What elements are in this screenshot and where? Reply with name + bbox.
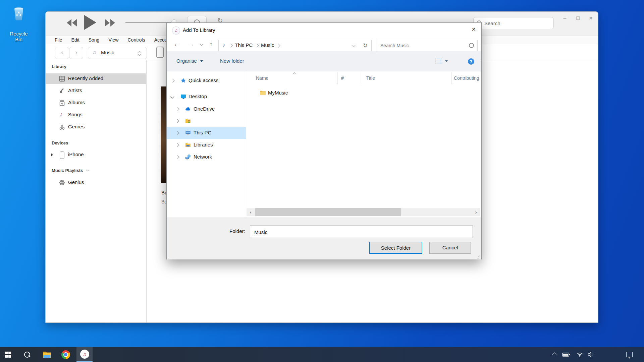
fast-forward-button-icon[interactable] bbox=[105, 19, 115, 26]
address-bar[interactable]: ♪ This PC Music bbox=[218, 40, 360, 51]
taskbar-file-explorer[interactable] bbox=[39, 347, 55, 362]
maximize-button[interactable]: □ bbox=[573, 13, 583, 23]
itunes-search-input[interactable] bbox=[484, 19, 550, 27]
menu-controls[interactable]: Controls bbox=[127, 37, 145, 43]
menu-file[interactable]: File bbox=[55, 37, 62, 43]
select-folder-button[interactable]: Select Folder bbox=[369, 242, 422, 254]
file-row-mymusic[interactable]: MyMusic bbox=[246, 87, 481, 99]
sidebar-item-recently-added[interactable]: Recently Added bbox=[46, 73, 146, 84]
music-note-icon: ♫ bbox=[92, 49, 96, 55]
column-separator[interactable] bbox=[337, 72, 338, 84]
microphone-icon bbox=[59, 88, 65, 94]
tree-item-desktop[interactable]: Desktop bbox=[167, 91, 246, 103]
sidebar-item-songs[interactable]: ♪ Songs bbox=[46, 110, 146, 120]
dialog-search-input[interactable] bbox=[380, 42, 467, 50]
breadcrumb-chevron-icon[interactable] bbox=[229, 44, 232, 47]
tree-item-onedrive[interactable]: OneDrive bbox=[167, 103, 246, 115]
column-separator[interactable] bbox=[451, 72, 452, 84]
search-icon bbox=[24, 352, 30, 358]
collapse-chevron-icon[interactable] bbox=[170, 95, 174, 98]
sidebar-item-iphone[interactable]: iPhone bbox=[46, 149, 146, 160]
menu-song[interactable]: Song bbox=[89, 37, 100, 43]
quick-access-star-icon bbox=[180, 78, 186, 83]
column-separator[interactable] bbox=[362, 72, 362, 84]
nav-back-icon[interactable]: ← bbox=[173, 41, 180, 48]
itunes-search-box[interactable] bbox=[473, 17, 554, 29]
tray-show-hidden-icons[interactable] bbox=[547, 347, 561, 362]
sidebar-item-albums[interactable]: Albums bbox=[46, 98, 146, 108]
tree-item-quick-access[interactable]: Quick access bbox=[167, 75, 246, 87]
media-kind-selector[interactable]: ♫ Music bbox=[88, 47, 147, 59]
breadcrumb-this-pc[interactable]: This PC bbox=[235, 42, 253, 48]
nav-forward-icon[interactable]: → bbox=[188, 41, 194, 48]
file-name: MyMusic bbox=[268, 90, 288, 96]
dialog-title-bar[interactable]: ♫ Add To Library × bbox=[167, 23, 481, 38]
sidebar-item-artists[interactable]: Artists bbox=[46, 85, 146, 96]
recycle-bin-shortcut[interactable]: Recycle Bin bbox=[6, 3, 32, 37]
forward-button[interactable]: › bbox=[69, 47, 83, 59]
tray-volume[interactable] bbox=[584, 347, 598, 362]
column-header-contributing[interactable]: Contributing bbox=[454, 71, 479, 85]
menu-view[interactable]: View bbox=[108, 37, 118, 43]
play-button-icon[interactable] bbox=[84, 15, 97, 30]
itunes-note-glyph: ♫ bbox=[174, 28, 178, 33]
sidebar-item-genres[interactable]: Genres bbox=[46, 122, 146, 132]
expand-chevron-icon[interactable] bbox=[175, 131, 179, 135]
tree-item-user-folder[interactable] bbox=[167, 115, 246, 127]
rewind-button-icon[interactable] bbox=[66, 19, 77, 26]
organise-menu-button[interactable]: Organise bbox=[176, 58, 203, 64]
new-folder-button[interactable]: New folder bbox=[220, 58, 244, 64]
breadcrumb-chevron-icon[interactable] bbox=[255, 44, 259, 47]
expand-chevron-icon[interactable] bbox=[171, 79, 174, 82]
column-header-name[interactable]: Name bbox=[256, 71, 268, 85]
expander-triangle-icon[interactable] bbox=[51, 153, 53, 157]
taskbar-search-button[interactable] bbox=[19, 347, 35, 362]
expand-chevron-icon[interactable] bbox=[175, 119, 179, 123]
menu-edit[interactable]: Edit bbox=[71, 37, 79, 43]
scroll-right-button[interactable]: › bbox=[472, 208, 480, 216]
horizontal-scrollbar[interactable]: ‹ › bbox=[247, 208, 480, 216]
album-artwork[interactable] bbox=[161, 86, 167, 183]
cancel-button[interactable]: Cancel bbox=[429, 242, 471, 254]
scroll-left-button[interactable]: ‹ bbox=[247, 208, 255, 216]
taskbar-itunes-active[interactable]: ♫ bbox=[76, 347, 93, 362]
start-button[interactable] bbox=[0, 347, 16, 362]
dialog-search-box[interactable] bbox=[376, 40, 478, 51]
sidebar-item-genius[interactable]: Genius bbox=[46, 177, 146, 188]
genius-atom-icon bbox=[59, 180, 65, 186]
back-button[interactable]: ‹ bbox=[55, 47, 69, 59]
tree-item-network[interactable]: Network bbox=[167, 151, 246, 163]
chevron-down-icon[interactable] bbox=[86, 169, 89, 171]
expand-chevron-icon[interactable] bbox=[175, 155, 179, 159]
breadcrumb-chevron-icon[interactable] bbox=[276, 44, 280, 47]
nav-up-icon[interactable]: ↑ bbox=[210, 41, 213, 48]
resize-grip[interactable] bbox=[477, 255, 480, 258]
view-dropdown-triangle-icon[interactable] bbox=[445, 60, 448, 62]
folder-name-field[interactable] bbox=[250, 226, 473, 238]
breadcrumb-music[interactable]: Music bbox=[261, 42, 274, 48]
taskbar-chrome[interactable] bbox=[58, 347, 74, 362]
progress-slider-track[interactable] bbox=[125, 22, 171, 23]
expand-chevron-icon[interactable] bbox=[175, 107, 179, 111]
folder-field-label: Folder: bbox=[229, 228, 245, 234]
dialog-close-button[interactable]: × bbox=[467, 25, 480, 35]
device-iphone-button[interactable] bbox=[156, 47, 164, 58]
column-header-number[interactable]: # bbox=[341, 71, 344, 85]
tree-item-libraries[interactable]: Libraries bbox=[167, 139, 246, 151]
scrollbar-thumb[interactable] bbox=[255, 208, 401, 216]
help-button[interactable]: ? bbox=[468, 58, 474, 65]
tray-battery[interactable] bbox=[559, 347, 573, 362]
tree-item-this-pc[interactable]: This PC bbox=[167, 127, 246, 139]
expand-chevron-icon[interactable] bbox=[175, 143, 179, 147]
folder-icon bbox=[260, 90, 266, 96]
close-button[interactable]: × bbox=[586, 13, 596, 23]
column-header-title[interactable]: Title bbox=[366, 71, 375, 85]
minimize-button[interactable]: – bbox=[560, 13, 570, 23]
tray-action-center[interactable] bbox=[621, 347, 637, 362]
address-dropdown-chevron-icon[interactable] bbox=[352, 43, 355, 47]
volume-icon bbox=[588, 352, 594, 357]
nav-history-chevron-icon[interactable] bbox=[200, 43, 203, 46]
view-details-icon[interactable] bbox=[435, 58, 442, 64]
refresh-button[interactable]: ↻ bbox=[359, 40, 372, 51]
folder-name-input[interactable] bbox=[254, 228, 470, 236]
